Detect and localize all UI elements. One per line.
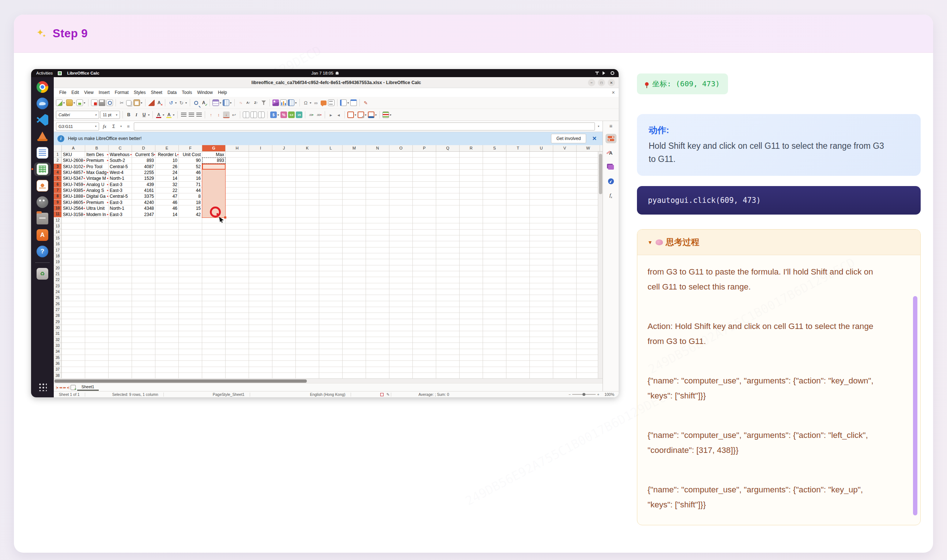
column-header-C[interactable]: C — [109, 145, 132, 151]
increase-indent-icon[interactable]: ▸ — [328, 111, 334, 118]
dock-item-thunderbird[interactable] — [34, 97, 51, 111]
row-header-4[interactable]: 4 — [54, 169, 62, 175]
row-header-29[interactable]: 29 — [54, 319, 62, 325]
clock[interactable]: Jan 7 18:05 — [311, 71, 333, 75]
row-header-19[interactable]: 19 — [54, 259, 62, 265]
menu-help[interactable]: Help — [216, 89, 229, 96]
vertical-scrollbar[interactable] — [598, 152, 602, 378]
format-currency-icon[interactable]: $ — [270, 111, 277, 118]
menu-format[interactable]: Format — [112, 89, 131, 96]
insert-mode-icon[interactable] — [380, 393, 383, 396]
delete-decimal-icon[interactable]: .00 — [316, 111, 322, 118]
sidebar-settings-icon[interactable]: ≡ — [609, 123, 612, 129]
sidebar-tab-navigator[interactable] — [605, 177, 616, 186]
row-header-17[interactable]: 17 — [54, 248, 62, 253]
row-header-32[interactable]: 32 — [54, 337, 62, 343]
collapse-icon[interactable]: ▼ — [648, 239, 653, 245]
row-header-11[interactable]: 11 — [54, 211, 62, 217]
column-header-D[interactable]: D — [132, 145, 156, 151]
dock-item-software[interactable]: A — [34, 228, 51, 242]
undo-icon[interactable]: ↺ — [168, 99, 174, 106]
pivot-table-icon[interactable] — [288, 99, 294, 106]
dock-item-app-grid[interactable] — [34, 380, 51, 394]
row-header-9[interactable]: 9 — [54, 200, 62, 205]
merge-across-icon[interactable] — [251, 111, 257, 118]
horizontal-scrollbar[interactable] — [54, 378, 602, 383]
clear-formatting-icon[interactable]: A — [156, 99, 162, 106]
cell-E3[interactable]: 26 — [156, 164, 179, 169]
dock-item-impress[interactable] — [34, 179, 51, 192]
column-header-N[interactable]: N — [366, 145, 390, 151]
dock-item-files[interactable] — [34, 212, 51, 226]
headers-footers-icon[interactable] — [328, 99, 334, 106]
menu-view[interactable]: View — [82, 89, 96, 96]
cell-D10[interactable]: 4348 — [132, 205, 156, 211]
dock-item-gimp[interactable] — [34, 195, 51, 209]
dock-item-help[interactable]: ? — [34, 245, 51, 258]
cell-F9[interactable]: 18 — [179, 200, 202, 205]
new-icon[interactable] — [56, 99, 63, 106]
menu-tools[interactable]: Tools — [179, 89, 194, 96]
select-all-corner[interactable] — [54, 145, 62, 151]
borders-icon[interactable] — [347, 111, 354, 118]
menu-insert[interactable]: Insert — [96, 89, 112, 96]
cell-F11[interactable]: 42 — [179, 212, 202, 217]
cell-C7[interactable]: East-3 — [109, 188, 132, 193]
cell-C9[interactable]: East-3 — [109, 200, 132, 205]
cell-B10[interactable]: Ultra Unit — [85, 205, 109, 211]
cell-A4[interactable]: SKU-6857▸ — [62, 169, 85, 175]
column-header-T[interactable]: T — [507, 145, 530, 151]
dock-item-trash[interactable]: ♻ — [34, 267, 51, 281]
dock-item-chrome[interactable] — [34, 80, 51, 94]
maximize-button[interactable]: □ — [598, 79, 605, 86]
row-header-26[interactable]: 26 — [54, 301, 62, 307]
insert-comment-icon[interactable] — [321, 100, 326, 105]
cell-B2[interactable]: Premium▸ — [85, 157, 109, 163]
expand-formula-bar-icon[interactable]: ▾ — [597, 125, 601, 128]
row-icon[interactable] — [212, 99, 219, 106]
hyperlink-icon[interactable]: ∞ — [313, 99, 319, 106]
row-header-27[interactable]: 27 — [54, 307, 62, 313]
cell-A8[interactable]: SKU-1888▸ — [62, 193, 85, 199]
align-right-icon[interactable] — [196, 112, 202, 117]
cell-F10[interactable]: 15 — [179, 205, 202, 211]
redo-icon[interactable]: ↻ — [178, 99, 185, 106]
print-preview-icon[interactable] — [106, 99, 113, 106]
sum-icon[interactable]: Σ — [110, 123, 117, 130]
document-close-icon[interactable]: ✕ — [612, 90, 615, 95]
cell-B3[interactable]: Pro Tool — [85, 164, 109, 169]
dock-item-vlc[interactable] — [34, 129, 51, 143]
format-percent-icon[interactable]: % — [280, 111, 287, 118]
signature-icon[interactable]: ✎ — [385, 392, 391, 397]
cell-B1[interactable]: Item Des▸ — [85, 152, 109, 157]
cell-B8[interactable]: Digital Ga▸ — [85, 193, 109, 199]
align-left-icon[interactable] — [181, 112, 186, 117]
title-bar[interactable]: libreoffice_calc_ca7b6f34-c952-4efc-8e51… — [54, 77, 619, 88]
merge-cells-icon[interactable] — [243, 111, 249, 118]
column-header-S[interactable]: S — [483, 145, 507, 151]
column-header-M[interactable]: M — [343, 145, 366, 151]
cell-F2[interactable]: 90 — [179, 157, 202, 163]
row-header-10[interactable]: 10 — [54, 205, 62, 211]
previous-sheet-icon[interactable]: ◂◂ — [59, 386, 62, 389]
row-header-30[interactable]: 30 — [54, 325, 62, 331]
menu-styles[interactable]: Styles — [131, 89, 148, 96]
cell-A5[interactable]: SKU-5347▸ — [62, 175, 85, 181]
formula-icon[interactable]: = — [125, 123, 132, 130]
cell-E6[interactable]: 32 — [156, 182, 179, 188]
column-header-H[interactable]: H — [226, 145, 249, 151]
row-header-6[interactable]: 6 — [54, 182, 62, 188]
row-header-2[interactable]: 2 — [54, 157, 62, 163]
column-header-E[interactable]: E — [156, 145, 179, 151]
cell-D11[interactable]: 2347 — [132, 212, 156, 217]
font-size-select[interactable]: 11 pt▾ — [100, 111, 120, 119]
zoom-slider[interactable]: −+ — [568, 392, 599, 397]
row-header-5[interactable]: 5 — [54, 175, 62, 181]
cell-E10[interactable]: 46 — [156, 205, 179, 211]
sheet-tab-sheet1[interactable]: Sheet1 — [77, 384, 99, 391]
cell-G1[interactable]: Max — [202, 152, 226, 157]
cell-D4[interactable]: 2255 — [132, 169, 156, 175]
row-header-1[interactable]: 1 — [54, 152, 62, 157]
cell-A1[interactable]: SKU — [62, 152, 85, 157]
column-header-U[interactable]: U — [530, 145, 553, 151]
